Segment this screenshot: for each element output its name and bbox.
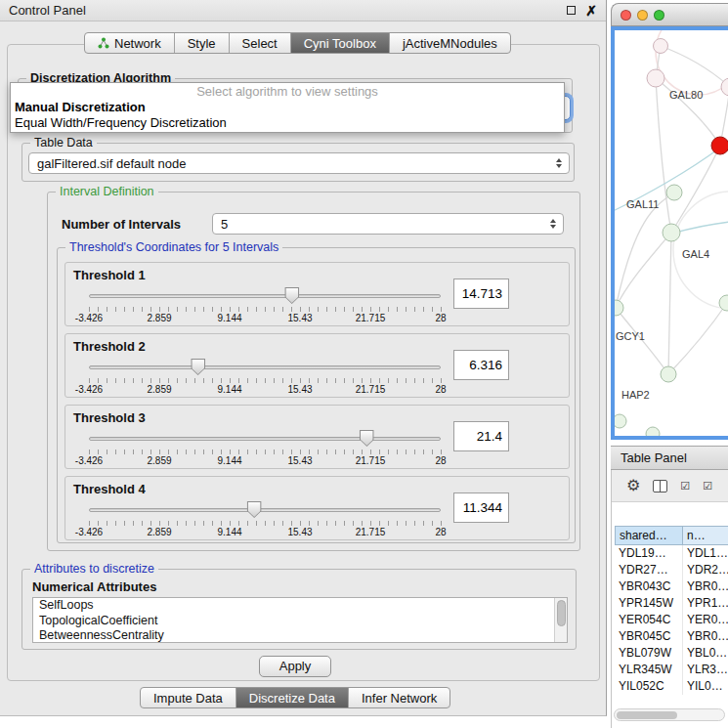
- network-view[interactable]: GAL80 GAL11 GAL4 GCY1 HAP2: [611, 26, 728, 440]
- scale-label: 21.715: [356, 455, 386, 466]
- slider-thumb[interactable]: [247, 501, 262, 518]
- list-scrollbar[interactable]: [554, 598, 567, 642]
- table-panel: ⚙ ☑ ☑ shared… n… YDL19…YDL1… YDR27…YDR2……: [611, 470, 728, 728]
- right-panel: GAL80 GAL11 GAL4 GCY1 HAP2 Table Panel ⚙…: [611, 0, 728, 728]
- table-row[interactable]: YBL079WYBL0…: [615, 645, 728, 662]
- table-row[interactable]: YIL052CYIL0…: [615, 678, 728, 695]
- network-node-hap2[interactable]: [661, 366, 676, 382]
- dropdown-option-equal-width[interactable]: Equal Width/Frequency Discretization: [11, 115, 564, 131]
- list-item[interactable]: TopologicalCoefficient: [33, 614, 567, 629]
- network-node-selected-red[interactable]: [711, 137, 728, 154]
- table-row[interactable]: YPR145WYPR1…: [615, 595, 728, 612]
- cell: YBL0…: [683, 645, 728, 662]
- tab-cyni-toolbox[interactable]: Cyni Toolbox: [290, 33, 389, 53]
- attributes-group: Attributes to discretize Numerical Attri…: [21, 569, 577, 650]
- minimize-traffic-light[interactable]: [637, 10, 648, 21]
- tab-discretize-data[interactable]: Discretize Data: [236, 688, 348, 707]
- tab-label: Discretize Data: [249, 691, 335, 706]
- network-node-gal80[interactable]: [647, 69, 664, 87]
- numerical-attributes-label: Numerical Attributes: [32, 579, 156, 594]
- group-title: Interval Definition: [56, 185, 158, 198]
- slider-ticks: [89, 307, 442, 312]
- dropdown-placeholder: Select algorithm to view settings: [11, 83, 564, 100]
- threshold-3-slider[interactable]: [89, 429, 441, 449]
- threshold-2-slider[interactable]: [89, 358, 441, 377]
- columns-icon[interactable]: [653, 480, 667, 492]
- threshold-1-panel: Threshold 1 -3.426 2.859 9.144 15.43 21.…: [64, 262, 570, 326]
- algorithm-dropdown-popup: Select algorithm to view settings Manual…: [10, 82, 565, 133]
- slider-ticks: [89, 378, 442, 383]
- tab-label: Style: [188, 36, 216, 51]
- network-icon: [98, 37, 109, 49]
- network-canvas[interactable]: GAL80 GAL11 GAL4 GCY1 HAP2: [615, 30, 728, 436]
- zoom-traffic-light[interactable]: [654, 10, 664, 21]
- slider-track[interactable]: [89, 294, 441, 298]
- checkbox-icon[interactable]: ☑: [680, 481, 690, 492]
- column-header-name[interactable]: n…: [683, 526, 728, 545]
- float-window-icon[interactable]: [567, 6, 576, 15]
- table-row[interactable]: YDL19…YDL1…: [615, 545, 728, 562]
- list-item[interactable]: SelfLoops: [33, 598, 567, 614]
- slider-thumb[interactable]: [191, 359, 205, 375]
- tab-style[interactable]: Style: [174, 33, 229, 53]
- edge: [616, 233, 671, 308]
- slider-track[interactable]: [89, 437, 441, 441]
- list-item[interactable]: BetweennessCentrality: [33, 628, 567, 643]
- cell: YBR045C: [615, 628, 683, 645]
- scale-label: -3.426: [75, 313, 103, 323]
- network-node-gal4[interactable]: [663, 224, 680, 241]
- slider-track[interactable]: [89, 365, 441, 369]
- table-row[interactable]: YER054CYER0…: [615, 612, 728, 628]
- threshold-1-value-field[interactable]: [453, 278, 509, 309]
- tab-jactivemnodules[interactable]: jActiveMNodules: [389, 33, 510, 53]
- horizontal-scrollbar[interactable]: [614, 708, 725, 721]
- table-panel-title: Table Panel: [621, 450, 687, 465]
- slider-scale: -3.426 2.859 9.144 15.43 21.715 28: [89, 313, 441, 324]
- edge-arc: [656, 30, 728, 95]
- cell: YLR3…: [683, 662, 728, 678]
- slider-track[interactable]: [89, 508, 441, 512]
- threshold-1-slider[interactable]: [89, 286, 441, 306]
- slider-thumb[interactable]: [284, 287, 299, 304]
- scale-label: -3.426: [75, 527, 103, 537]
- tab-impute-data[interactable]: Impute Data: [141, 688, 236, 707]
- close-icon[interactable]: ✗: [585, 4, 597, 18]
- cell: YIL052C: [615, 678, 683, 695]
- tab-select[interactable]: Select: [229, 33, 290, 53]
- table-row[interactable]: YDR27…YDR2…: [615, 562, 728, 578]
- apply-button[interactable]: Apply: [259, 656, 331, 677]
- checkbox-icon[interactable]: ☑: [703, 481, 712, 492]
- table-data-combobox[interactable]: galFiltered.sif default node: [28, 152, 570, 174]
- group-title: Threshold's Coordinates for 5 Intervals: [65, 240, 282, 254]
- scrollbar-thumb[interactable]: [617, 711, 677, 719]
- table-row[interactable]: YLR345WYLR3…: [615, 662, 728, 678]
- threshold-4-slider[interactable]: [89, 500, 441, 520]
- tab-network[interactable]: Network: [85, 33, 174, 53]
- top-tab-bar: Network Style Select Cyni Toolbox jActiv…: [84, 32, 511, 54]
- scrollbar-thumb[interactable]: [557, 600, 566, 626]
- column-header-shared-name[interactable]: shared…: [615, 526, 683, 545]
- threshold-4-value-field[interactable]: [453, 492, 509, 523]
- node-label: GAL4: [682, 248, 709, 260]
- network-node-gcy1[interactable]: [615, 300, 623, 316]
- threshold-2-value-field[interactable]: [453, 350, 509, 380]
- network-node[interactable]: [646, 427, 660, 436]
- close-traffic-light[interactable]: [621, 10, 631, 21]
- threshold-4-panel: Threshold 4 -3.426 2.859 9.144 15.43 21.…: [64, 476, 570, 540]
- number-of-intervals-combobox[interactable]: 5: [212, 213, 564, 235]
- table-header-row: shared… n…: [615, 526, 728, 545]
- network-node[interactable]: [615, 414, 626, 428]
- scale-label: 9.144: [217, 527, 241, 537]
- network-node[interactable]: [654, 39, 668, 54]
- cell: YDL19…: [615, 545, 683, 562]
- threshold-3-value-field[interactable]: [453, 421, 509, 451]
- gear-icon[interactable]: ⚙: [626, 478, 640, 493]
- tab-infer-network[interactable]: Infer Network: [348, 688, 450, 707]
- slider-scale: -3.426 2.859 9.144 15.43 21.715 28: [89, 384, 441, 396]
- network-node-gal11[interactable]: [666, 185, 682, 200]
- slider-thumb[interactable]: [360, 430, 374, 447]
- dropdown-option-manual[interactable]: Manual Discretization: [11, 100, 564, 115]
- table-row[interactable]: YBR045CYBR0…: [615, 628, 728, 645]
- bottom-tab-bar: Impute Data Discretize Data Infer Networ…: [140, 687, 450, 708]
- table-row[interactable]: YBR043CYBR0…: [615, 578, 728, 595]
